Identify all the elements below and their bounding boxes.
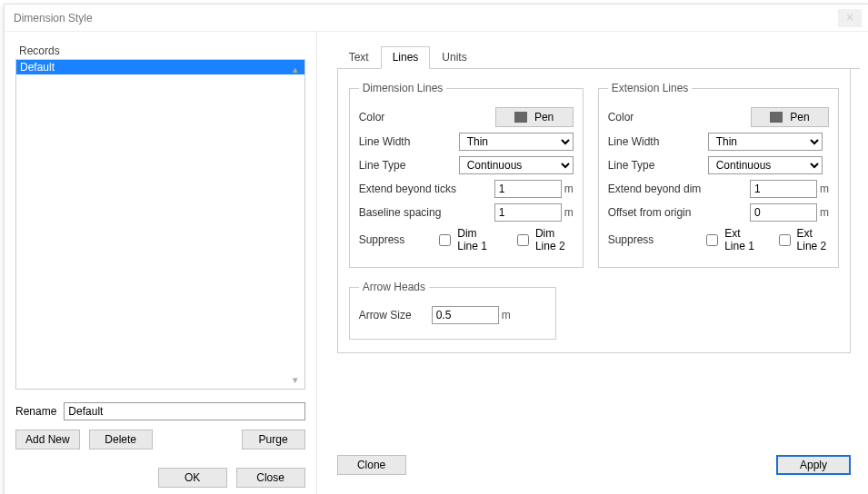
ext-width-select[interactable]: Thin [708,133,823,151]
unit-label: m [502,309,511,321]
clone-button[interactable]: Clone [337,455,406,475]
unit-label: m [820,183,829,195]
tab-lines[interactable]: Lines [381,46,431,69]
ext-extend-input[interactable] [750,180,817,198]
dim-pen-button[interactable]: Pen [495,107,574,127]
records-listbox[interactable]: Default ▴ ▾ [15,59,305,390]
window-title: Dimension Style [14,5,93,32]
dim-extend-input[interactable] [494,180,562,198]
purge-button[interactable]: Purge [242,430,305,450]
arrow-heads-group: Arrow Heads Arrow Size m [349,281,556,340]
dim-baseline-label: Baseline spacing [359,206,459,219]
dimension-lines-legend: Dimension Lines [359,82,447,94]
rename-label: Rename [15,405,56,418]
dim-line2-checkbox[interactable]: Dim Line 2 [514,227,574,252]
ext-line1-checkbox[interactable]: Ext Line 1 [703,227,756,252]
color-swatch-icon [514,112,527,123]
extension-lines-group: Extension Lines Color Pen Line Width Thi… [598,82,839,268]
ext-pen-button[interactable]: Pen [751,107,829,127]
titlebar: Dimension Style × [5,5,868,32]
dim-width-select[interactable]: Thin [459,133,574,151]
color-swatch-icon [770,112,783,123]
dim-extend-label: Extend beyond ticks [359,183,459,195]
dim-width-label: Line Width [359,135,459,148]
apply-button[interactable]: Apply [776,455,851,475]
pen-label: Pen [534,111,554,124]
tab-bar: Text Lines Units [337,46,860,69]
chevron-up-icon[interactable]: ▴ [288,62,303,76]
close-button[interactable]: Close [236,468,305,488]
arrow-heads-legend: Arrow Heads [359,281,429,293]
records-label: Records [19,44,305,57]
ext-suppress-label: Suppress [608,233,685,246]
close-icon[interactable]: × [838,9,862,27]
dim-color-label: Color [359,111,459,124]
dimension-style-window: Dimension Style × Records Default ▴ ▾ Re… [4,4,868,494]
dim-type-label: Line Type [359,159,459,172]
unit-label: m [564,206,574,219]
ext-line2-label: Ext Line 2 [797,227,829,252]
tab-units[interactable]: Units [430,46,478,68]
chevron-down-icon[interactable]: ▾ [288,372,303,387]
ok-button[interactable]: OK [158,468,227,488]
arrow-size-input[interactable] [432,306,499,324]
ext-offset-input[interactable] [750,203,817,222]
left-panel: Records Default ▴ ▾ Rename Add New Delet… [5,32,317,494]
dim-suppress-label: Suppress [359,233,418,246]
delete-button[interactable]: Delete [89,430,153,450]
dim-line1-checkbox[interactable]: Dim Line 1 [435,227,495,252]
rename-input[interactable] [64,402,304,420]
ext-type-label: Line Type [608,159,708,172]
extension-lines-legend: Extension Lines [608,82,693,94]
dim-type-select[interactable]: Continuous [459,156,574,174]
lines-pane: Dimension Lines Color Pen Line Width Thi… [337,69,851,353]
add-new-button[interactable]: Add New [15,430,80,450]
ext-width-label: Line Width [608,135,708,148]
list-item[interactable]: Default [16,60,304,74]
unit-label: m [820,206,829,219]
dim-line2-label: Dim Line 2 [535,227,574,252]
ext-color-label: Color [608,111,708,124]
dim-baseline-input[interactable] [494,203,562,222]
pen-label: Pen [790,111,809,124]
right-panel: Text Lines Units Dimension Lines Color P… [317,32,868,494]
ext-line1-label: Ext Line 1 [724,227,756,252]
ext-line2-checkbox[interactable]: Ext Line 2 [775,227,829,252]
dim-line1-label: Dim Line 1 [457,227,495,252]
ext-type-select[interactable]: Continuous [708,156,823,174]
tab-text[interactable]: Text [337,46,381,68]
ext-extend-label: Extend beyond dim [608,183,708,195]
dimension-lines-group: Dimension Lines Color Pen Line Width Thi… [349,82,584,268]
arrow-size-label: Arrow Size [359,309,432,321]
unit-label: m [564,183,574,195]
ext-offset-label: Offset from origin [608,206,708,219]
